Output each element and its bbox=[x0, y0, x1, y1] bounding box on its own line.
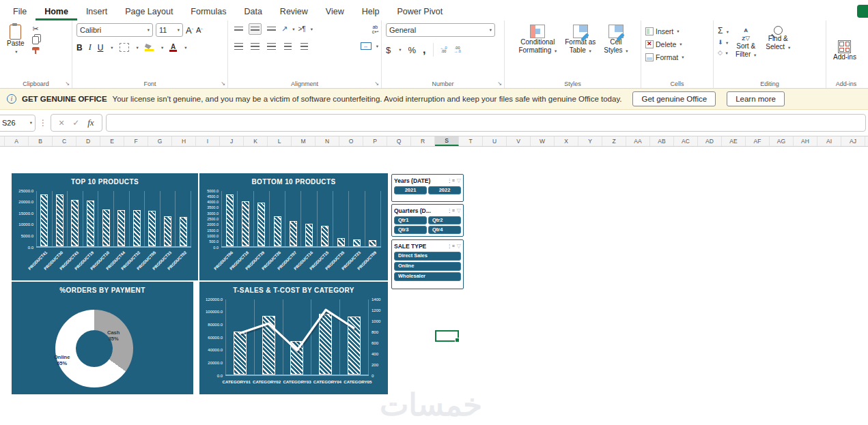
borders-icon[interactable] bbox=[120, 43, 129, 52]
tab-data[interactable]: Data bbox=[235, 2, 270, 20]
decrease-indent-icon[interactable] bbox=[281, 40, 294, 52]
slicer-button-online[interactable]: Online bbox=[394, 262, 461, 271]
column-header-AE[interactable]: AE bbox=[722, 136, 746, 146]
multi-select-icon[interactable]: ⋮≡ bbox=[447, 178, 455, 184]
slicer-button-wholesaler[interactable]: Wholesaler bbox=[394, 272, 461, 281]
column-header-I[interactable]: I bbox=[196, 136, 220, 146]
column-header-D[interactable]: D bbox=[76, 136, 100, 146]
autosum-button[interactable]: Σ ▾ bbox=[718, 26, 729, 35]
conditional-formatting-button[interactable]: Conditional Formatting ▾ bbox=[516, 23, 559, 77]
clear-filter-icon[interactable]: ▽ bbox=[457, 207, 461, 214]
column-header-J[interactable]: J bbox=[220, 136, 244, 146]
column-header-G[interactable]: G bbox=[148, 136, 172, 146]
slicer-button-2021[interactable]: 2021 bbox=[394, 186, 427, 194]
paste-button[interactable]: Paste ▾ bbox=[4, 23, 27, 57]
grow-font-button[interactable]: Aˆ bbox=[186, 25, 193, 35]
tab-formulas[interactable]: Formulas bbox=[182, 2, 235, 20]
enter-icon[interactable]: ✓ bbox=[72, 118, 79, 128]
shrink-font-button[interactable]: Aˇ bbox=[196, 26, 203, 34]
text-direction-icon[interactable]: >¶ bbox=[298, 25, 305, 33]
number-dialog-launcher[interactable]: ↘ bbox=[497, 80, 502, 87]
align-bottom-icon[interactable] bbox=[265, 23, 278, 35]
column-header-Q[interactable]: Q bbox=[387, 136, 411, 146]
column-header-U[interactable]: U bbox=[483, 136, 507, 146]
name-box[interactable]: S26 ▾ bbox=[0, 115, 36, 132]
number-format-combo[interactable]: General▾ bbox=[386, 23, 495, 37]
chart-tsales-tcost-by-category[interactable]: T-SALES & T-COST BY CATEGORY120000.01000… bbox=[199, 282, 388, 394]
column-header-Z[interactable]: Z bbox=[602, 136, 626, 146]
tab-file[interactable]: File bbox=[4, 2, 36, 20]
selected-cell[interactable] bbox=[435, 330, 459, 342]
column-header-R[interactable]: R bbox=[411, 136, 435, 146]
italic-button[interactable]: I bbox=[89, 42, 92, 53]
increase-indent-icon[interactable] bbox=[298, 40, 311, 52]
fill-color-icon[interactable] bbox=[145, 44, 154, 51]
chart-top-10-products[interactable]: TOP 10 PRODUCTS25000.020000.015000.01000… bbox=[12, 173, 198, 280]
column-header-P[interactable]: P bbox=[363, 136, 387, 146]
font-color-chevron-icon[interactable]: ▾ bbox=[184, 45, 186, 50]
underline-button[interactable]: U bbox=[98, 43, 104, 53]
column-header-N[interactable]: N bbox=[316, 136, 339, 146]
clear-filter-icon[interactable]: ▽ bbox=[457, 177, 461, 184]
slicer-button-2022[interactable]: 2022 bbox=[428, 186, 461, 194]
column-header-AA[interactable]: AA bbox=[626, 136, 650, 146]
slicer-button-direct-sales[interactable]: Direct Sales bbox=[394, 252, 461, 261]
font-size-combo[interactable]: 11▾ bbox=[156, 23, 183, 37]
tab-insert[interactable]: Insert bbox=[77, 2, 116, 20]
column-header-E[interactable]: E bbox=[100, 136, 124, 146]
alignment-dialog-launcher[interactable]: ↘ bbox=[374, 80, 379, 87]
addins-button[interactable]: Add-ins bbox=[830, 38, 859, 63]
align-left-icon[interactable] bbox=[232, 40, 245, 52]
column-header-W[interactable]: W bbox=[531, 136, 555, 146]
chart-orders-by-payment[interactable]: %ORDERS BY PAYMENTCash35%Online65% bbox=[12, 282, 193, 394]
share-button[interactable] bbox=[857, 5, 868, 18]
align-center-icon[interactable] bbox=[249, 40, 262, 52]
chart-bottom-10-products[interactable]: BOTTOM 10 PRODUCTS5000.04500.04000.03500… bbox=[199, 173, 388, 280]
underline-chevron-icon[interactable]: ▾ bbox=[111, 45, 113, 50]
column-header-AF[interactable]: AF bbox=[746, 136, 770, 146]
font-name-combo[interactable]: Calibri▾ bbox=[76, 23, 153, 37]
column-header-AI[interactable]: AI bbox=[817, 136, 841, 146]
orientation-icon[interactable]: ↗ bbox=[281, 25, 288, 33]
sheet-area[interactable]: TOP 10 PRODUCTS25000.020000.015000.01000… bbox=[0, 147, 868, 425]
cut-icon[interactable]: ✂ bbox=[32, 25, 40, 33]
column-header-F[interactable]: F bbox=[124, 136, 148, 146]
slicer-button-qtr2[interactable]: Qtr2 bbox=[428, 216, 461, 224]
copy-icon[interactable] bbox=[32, 36, 39, 44]
column-header-T[interactable]: T bbox=[459, 136, 483, 146]
cell-styles-button[interactable]: Cell Styles ▾ bbox=[601, 23, 630, 77]
slicer-button-qtr4[interactable]: Qtr4 bbox=[428, 226, 461, 234]
delete-cells-button[interactable]: Delete▾ bbox=[645, 38, 710, 50]
column-header-AC[interactable]: AC bbox=[674, 136, 698, 146]
fill-button[interactable]: ⬇ ▾ bbox=[718, 39, 729, 46]
format-cells-button[interactable]: Format▾ bbox=[645, 50, 710, 63]
column-header-AB[interactable]: AB bbox=[650, 136, 674, 146]
multi-select-icon[interactable]: ⋮≡ bbox=[447, 208, 455, 214]
column-header-AG[interactable]: AG bbox=[770, 136, 794, 146]
comma-style-icon[interactable]: , bbox=[423, 44, 425, 56]
column-header-A[interactable]: A bbox=[5, 136, 29, 146]
column-header-K[interactable]: K bbox=[244, 136, 268, 146]
column-header-O[interactable]: O bbox=[339, 136, 363, 146]
column-header-AJ[interactable]: AJ bbox=[841, 136, 865, 146]
sort-filter-button[interactable]: AZ▽ Sort & Filter ▾ bbox=[733, 23, 759, 77]
accounting-chevron-icon[interactable]: ▾ bbox=[399, 47, 401, 53]
column-header-M[interactable]: M bbox=[292, 136, 316, 146]
insert-function-icon[interactable]: fx bbox=[87, 117, 94, 128]
column-header-Y[interactable]: Y bbox=[578, 136, 602, 146]
merge-center-icon[interactable]: ↔ bbox=[361, 42, 372, 50]
column-header-X[interactable]: X bbox=[555, 136, 578, 146]
column-header-L[interactable]: L bbox=[268, 136, 292, 146]
fill-color-chevron-icon[interactable]: ▾ bbox=[161, 45, 163, 50]
slicer-button-qtr1[interactable]: Qtr1 bbox=[394, 216, 427, 224]
wrap-text-icon[interactable]: abc↩ bbox=[372, 25, 378, 34]
tab-power-pivot[interactable]: Power Pivot bbox=[388, 2, 451, 20]
column-header-B[interactable]: B bbox=[29, 136, 53, 146]
column-header-AD[interactable]: AD bbox=[698, 136, 722, 146]
tab-page-layout[interactable]: Page Layout bbox=[116, 2, 182, 20]
decrease-decimal-icon[interactable]: .00→.0 bbox=[454, 46, 461, 54]
align-right-icon[interactable] bbox=[265, 40, 278, 52]
align-top-icon[interactable] bbox=[232, 23, 245, 35]
insert-cells-button[interactable]: Insert▾ bbox=[645, 25, 710, 38]
column-header-H[interactable]: H bbox=[172, 136, 196, 146]
